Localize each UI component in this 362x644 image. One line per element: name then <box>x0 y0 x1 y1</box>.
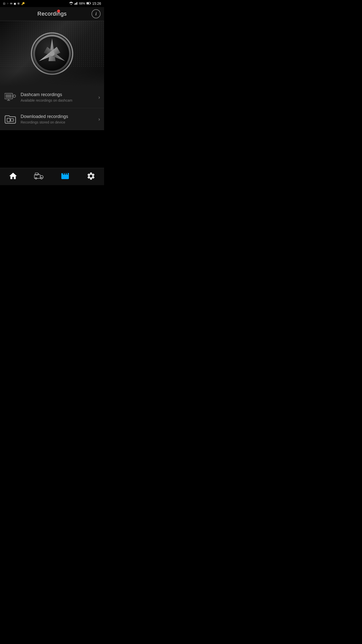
status-bar-left-icons: ⊡ ⁘ ✉ ▣ ⛨ 🔑 <box>3 2 25 5</box>
content-spacer <box>0 130 104 168</box>
status-icon-circles: ⁘ <box>7 2 9 5</box>
downloaded-recordings-icon <box>4 113 17 125</box>
dashcam-recordings-title: Dashcam recordings <box>21 92 96 97</box>
status-icon-shield: ⛨ <box>17 2 20 5</box>
svg-rect-17 <box>13 95 16 97</box>
settings-icon <box>86 171 96 181</box>
hero-fade <box>0 71 104 86</box>
bottom-navigation <box>0 168 104 185</box>
dashcam-recordings-subtitle: Available recordings on dashcam <box>21 98 96 102</box>
time-display: 15:26 <box>92 2 101 6</box>
dashcam-nav-icon <box>34 171 44 181</box>
film-icon <box>60 171 70 181</box>
downloaded-recordings-title: Downloaded recordings <box>21 114 96 119</box>
status-icon-key: 🔑 <box>21 2 25 5</box>
dashcam-recordings-icon <box>4 91 17 103</box>
hero-image <box>0 21 104 86</box>
svg-rect-4 <box>77 2 77 5</box>
nav-recordings[interactable] <box>56 170 74 182</box>
dashcam-recordings-text: Dashcam recordings Available recordings … <box>21 92 96 102</box>
svg-rect-1 <box>74 4 75 5</box>
info-button[interactable]: i <box>92 9 101 18</box>
svg-rect-6 <box>90 3 91 4</box>
downloaded-recordings-text: Downloaded recordings Recordings stored … <box>21 114 96 124</box>
svg-rect-16 <box>6 94 12 98</box>
svg-rect-22 <box>7 118 10 122</box>
dashcam-recordings-chevron: › <box>98 94 100 100</box>
status-icon-picture: ⊡ <box>3 2 5 5</box>
menu-section: Dashcam recordings Available recordings … <box>0 86 104 130</box>
svg-marker-30 <box>38 173 39 174</box>
status-icon-camera: ▣ <box>14 2 16 5</box>
downloaded-recordings-subtitle: Recordings stored on device <box>21 120 96 124</box>
svg-rect-23 <box>11 119 14 121</box>
nav-home[interactable] <box>4 170 22 182</box>
status-bar-right-icons: 68% 15:26 <box>69 2 101 6</box>
svg-rect-3 <box>76 3 76 5</box>
home-icon <box>8 171 18 181</box>
app-header: Recordings i <box>0 7 104 21</box>
wifi-icon <box>69 2 73 6</box>
svg-rect-2 <box>75 3 76 5</box>
dashcam-recordings-item[interactable]: Dashcam recordings Available recordings … <box>0 86 104 108</box>
nav-settings[interactable] <box>82 170 100 182</box>
page-title: Recordings <box>37 11 67 17</box>
svg-point-0 <box>71 4 71 5</box>
recording-indicator <box>57 10 60 13</box>
downloaded-recordings-item[interactable]: Downloaded recordings Recordings stored … <box>0 108 104 130</box>
status-bar: ⊡ ⁘ ✉ ▣ ⛨ 🔑 68% <box>0 0 104 7</box>
svg-line-18 <box>13 95 13 96</box>
downloaded-recordings-chevron: › <box>98 116 100 122</box>
battery-percentage: 68% <box>79 2 85 5</box>
mercedes-star-logo <box>29 31 75 76</box>
status-icon-mail: ✉ <box>10 2 12 5</box>
battery-icon <box>86 2 91 6</box>
nav-dashcam[interactable] <box>30 170 48 182</box>
signal-icon <box>74 2 78 6</box>
svg-point-14 <box>50 51 55 56</box>
svg-line-19 <box>13 96 13 97</box>
